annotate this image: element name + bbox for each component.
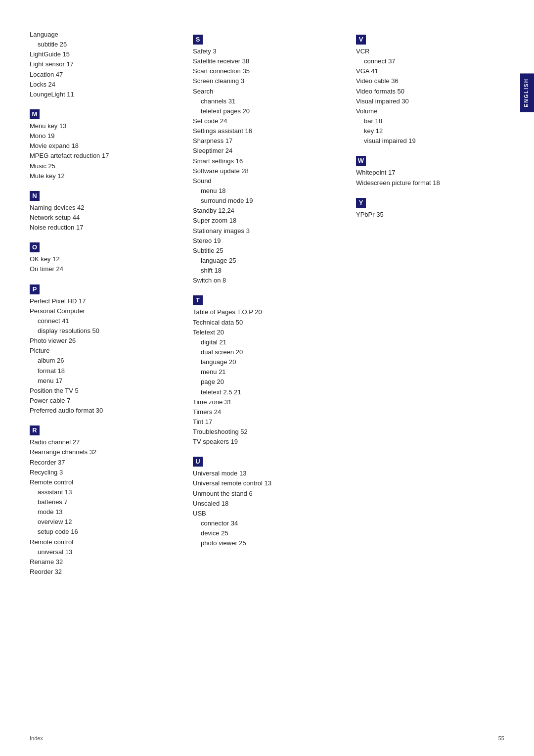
index-entry: overview 12 xyxy=(30,517,178,527)
index-entry: batteries 7 xyxy=(30,497,178,507)
section-0-5: RRadio channel 27Rearrange channels 32Re… xyxy=(30,421,178,577)
section-letter-V: V xyxy=(356,35,366,45)
index-entry: language 20 xyxy=(193,357,341,367)
index-entry: format 18 xyxy=(30,366,178,376)
section-letter-S: S xyxy=(193,35,203,45)
section-2-2: YYPbPr 35 xyxy=(356,193,504,220)
index-entry: Teletext 20 xyxy=(193,328,341,337)
columns-wrapper: Languagesubtitle 25LightGuide 15Light se… xyxy=(30,30,504,582)
index-entry: Technical data 50 xyxy=(193,318,341,328)
index-entry: Photo viewer 26 xyxy=(30,336,178,346)
index-entry: connect 41 xyxy=(30,316,178,326)
index-entry: Movie expand 18 xyxy=(30,141,178,151)
index-entry: mode 13 xyxy=(30,507,178,517)
index-entry: Locks 24 xyxy=(30,80,178,90)
index-entry: Naming devices 42 xyxy=(30,203,178,213)
index-entry: menu 18 xyxy=(193,186,341,196)
index-entry: On timer 24 xyxy=(30,264,178,274)
index-entry: Sharpness 17 xyxy=(193,136,341,146)
index-entry: Subtitle 25 xyxy=(193,246,341,256)
index-entry: Sleeptimer 24 xyxy=(193,146,341,156)
index-entry: YPbPr 35 xyxy=(356,210,504,220)
footer: Index 55 xyxy=(30,735,504,741)
index-entry: Standby 12,24 xyxy=(193,206,341,216)
index-entry: Power cable 7 xyxy=(30,396,178,406)
column-0: Languagesubtitle 25LightGuide 15Light se… xyxy=(30,30,193,582)
section-letter-P: P xyxy=(30,284,40,294)
index-entry: Remote control xyxy=(30,537,178,547)
section-letter-M: M xyxy=(30,109,40,119)
index-entry: USB xyxy=(193,509,341,519)
index-entry: digital 21 xyxy=(193,337,341,347)
index-entry: page 20 xyxy=(193,377,341,387)
index-entry: language 25 xyxy=(193,256,341,266)
index-entry: teletext pages 20 xyxy=(193,106,341,116)
index-entry: Screen cleaning 3 xyxy=(193,76,341,86)
index-entry: Volume xyxy=(356,106,504,116)
index-entry: Widescreen picture format 18 xyxy=(356,178,504,188)
index-entry: channels 31 xyxy=(193,96,341,106)
section-2-0: VVCRconnect 37VGA 41Video cable 36Video … xyxy=(356,30,504,146)
index-entry: menu 17 xyxy=(30,376,178,386)
index-entry: photo viewer 25 xyxy=(193,538,341,548)
index-entry: Universal mode 13 xyxy=(193,469,341,478)
index-entry: Language xyxy=(30,30,178,40)
index-entry: Perfect Pixel HD 17 xyxy=(30,296,178,306)
section-0-2: NNaming devices 42Network setup 44Noise … xyxy=(30,186,178,233)
index-entry: Preferred audio format 30 xyxy=(30,406,178,416)
index-entry: connect 37 xyxy=(356,56,504,66)
index-entry: Settings assistant 16 xyxy=(193,126,341,136)
index-entry: OK key 12 xyxy=(30,254,178,264)
section-letter-O: O xyxy=(30,242,40,252)
footer-right: 55 xyxy=(498,735,504,741)
section-letter-Y: Y xyxy=(356,198,366,208)
index-entry: Video cable 36 xyxy=(356,76,504,86)
index-entry: assistant 13 xyxy=(30,487,178,497)
index-entry: Light sensor 17 xyxy=(30,59,178,69)
index-entry: menu 21 xyxy=(193,367,341,377)
index-entry: Remote control xyxy=(30,477,178,487)
index-entry: Unmount the stand 6 xyxy=(193,489,341,499)
page-container: ENGLISH Languagesubtitle 25LightGuide 15… xyxy=(0,0,534,756)
index-entry: Time zone 31 xyxy=(193,397,341,407)
column-2: VVCRconnect 37VGA 41Video cable 36Video … xyxy=(356,30,504,582)
index-entry: Rearrange channels 32 xyxy=(30,447,178,457)
index-entry: LoungeLight 11 xyxy=(30,90,178,99)
section-1-2: UUniversal mode 13Universal remote contr… xyxy=(193,452,341,548)
index-entry: MPEG artefact reduction 17 xyxy=(30,151,178,161)
index-entry: Universal remote control 13 xyxy=(193,478,341,488)
index-entry: VCR xyxy=(356,47,504,56)
index-entry: Timers 24 xyxy=(193,407,341,417)
index-entry: Reorder 32 xyxy=(30,567,178,577)
side-tab: ENGLISH xyxy=(520,73,534,112)
index-entry: Whitepoint 17 xyxy=(356,168,504,178)
index-entry: surround mode 19 xyxy=(193,196,341,206)
section-0-4: PPerfect Pixel HD 17Personal Computercon… xyxy=(30,280,178,416)
section-2-1: WWhitepoint 17Widescreen picture format … xyxy=(356,151,504,188)
index-entry: setup code 16 xyxy=(30,527,178,537)
index-entry: Stationary images 3 xyxy=(193,226,341,236)
index-entry: Visual impaired 30 xyxy=(356,96,504,106)
index-entry: Table of Pages T.O.P 20 xyxy=(193,307,341,317)
index-entry: Search xyxy=(193,87,341,96)
index-entry: Tint 17 xyxy=(193,417,341,427)
index-entry: Super zoom 18 xyxy=(193,216,341,226)
section-letter-R: R xyxy=(30,425,40,435)
index-entry: Satellite receiver 38 xyxy=(193,56,341,66)
section-1-1: TTable of Pages T.O.P 20Technical data 5… xyxy=(193,290,341,447)
index-entry: Menu key 13 xyxy=(30,121,178,131)
column-1: SSafety 3Satellite receiver 38Scart conn… xyxy=(193,30,356,582)
index-entry: Troubleshooting 52 xyxy=(193,427,341,437)
index-entry: Switch on 8 xyxy=(193,276,341,285)
index-entry: Video formats 50 xyxy=(356,87,504,96)
footer-left: Index xyxy=(30,735,43,741)
index-entry: connector 34 xyxy=(193,519,341,528)
index-entry: bar 18 xyxy=(356,116,504,126)
index-entry: Stereo 19 xyxy=(193,236,341,246)
index-entry: Unscaled 18 xyxy=(193,499,341,509)
index-entry: Recorder 37 xyxy=(30,458,178,468)
index-entry: Software update 28 xyxy=(193,166,341,176)
index-entry: LightGuide 15 xyxy=(30,49,178,59)
section-letter-W: W xyxy=(356,156,366,166)
index-entry: Picture xyxy=(30,346,178,356)
